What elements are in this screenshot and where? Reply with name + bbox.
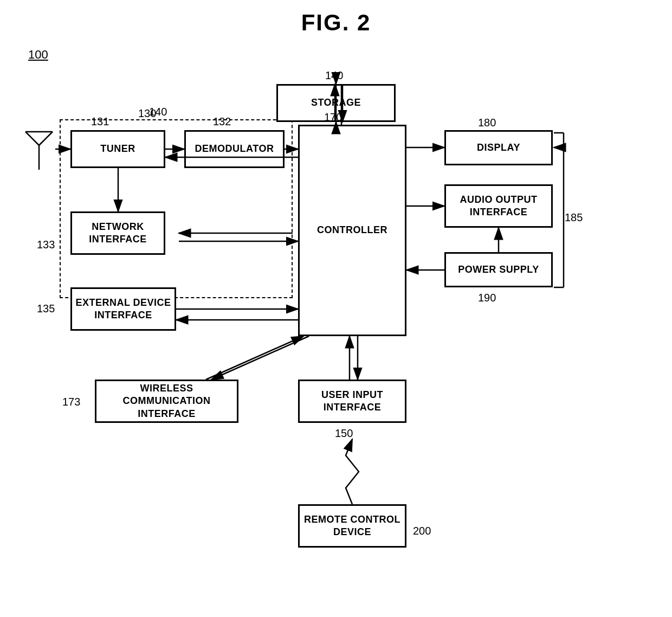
- audio-output-box: AUDIO OUTPUTINTERFACE: [444, 184, 553, 228]
- ref-140-label: 140: [325, 69, 343, 82]
- ref-100-label: 100: [28, 48, 48, 62]
- power-supply-box: POWER SUPPLY: [444, 252, 553, 287]
- user-input-box: USER INPUTINTERFACE: [298, 380, 406, 423]
- network-interface-box: NETWORKINTERFACE: [70, 211, 165, 255]
- external-device-box: EXTERNAL DEVICEINTERFACE: [70, 287, 176, 331]
- ref-150-label: 150: [335, 427, 353, 440]
- svg-line-1: [25, 132, 39, 145]
- ref-135-label: 135: [37, 303, 55, 315]
- svg-line-29: [211, 336, 309, 380]
- ref-132-label: 132: [213, 115, 231, 128]
- ref-170-label: 170: [324, 111, 342, 124]
- svg-line-28: [206, 336, 303, 380]
- ref-131-label: 131: [91, 115, 109, 128]
- ref-173-label: 173: [62, 396, 80, 408]
- ref-190-label: 190: [478, 292, 496, 304]
- ref-185-label: 185: [565, 211, 583, 224]
- remote-control-box: REMOTE CONTROLDEVICE: [298, 504, 406, 548]
- ref-133-label: 133: [37, 239, 55, 251]
- controller-box: CONTROLLER: [298, 125, 406, 336]
- demodulator-box: DEMODULATOR: [184, 130, 285, 168]
- svg-line-2: [39, 132, 53, 145]
- wireless-comm-box: WIRELESS COMMUNICATIONINTERFACE: [95, 380, 238, 423]
- ref-130-text: 130: [138, 107, 156, 120]
- figure-title: FIG. 2: [0, 0, 672, 36]
- antenna-symbol: [23, 129, 55, 172]
- ref-180-label: 180: [478, 117, 496, 129]
- display-box: DISPLAY: [444, 130, 553, 165]
- tuner-box: TUNER: [70, 130, 165, 168]
- diagram-container: FIG. 2 100 140 STORAGE 140 TUNER 131 DEM…: [0, 0, 672, 617]
- ref-200-label: 200: [413, 525, 431, 537]
